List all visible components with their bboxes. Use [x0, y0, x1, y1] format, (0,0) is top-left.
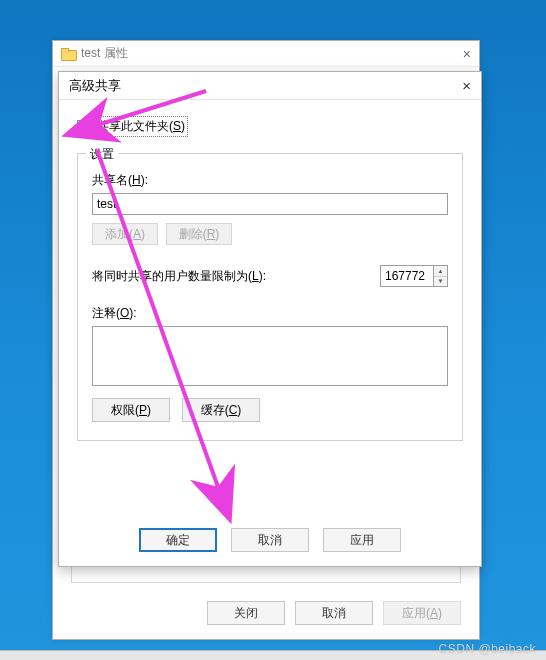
share-folder-checkbox-label: 共享此文件夹(S)	[94, 116, 188, 137]
add-button: 添加(A)	[92, 223, 158, 245]
share-folder-checkbox[interactable]: ✓	[77, 120, 90, 133]
share-name-label: 共享名(H):	[92, 172, 448, 189]
cache-button[interactable]: 缓存(C)	[182, 398, 260, 422]
apply-button: 应用(A)	[383, 601, 461, 625]
spinner-down-icon[interactable]: ▼	[434, 277, 447, 287]
ok-button[interactable]: 确定	[139, 528, 217, 552]
advanced-sharing-titlebar[interactable]: 高级共享 ×	[59, 72, 481, 100]
user-limit-spinner[interactable]: ▲ ▼	[380, 265, 448, 287]
close-button[interactable]: 关闭	[207, 601, 285, 625]
permissions-button[interactable]: 权限(P)	[92, 398, 170, 422]
cancel-button[interactable]: 取消	[295, 601, 373, 625]
share-folder-checkbox-row[interactable]: ✓ 共享此文件夹(S)	[77, 116, 463, 137]
user-limit-input[interactable]	[381, 266, 433, 286]
advanced-sharing-button-row: 确定 取消 应用	[59, 528, 481, 552]
spinner-arrows[interactable]: ▲ ▼	[433, 266, 447, 286]
properties-titlebar[interactable]: test 属性 ×	[53, 41, 479, 67]
comment-textarea[interactable]	[92, 326, 448, 386]
spinner-up-icon[interactable]: ▲	[434, 266, 447, 277]
properties-button-row: 关闭 取消 应用(A)	[53, 601, 479, 625]
folder-icon	[61, 48, 75, 59]
cancel-button[interactable]: 取消	[231, 528, 309, 552]
properties-title: test 属性	[81, 45, 128, 62]
advanced-sharing-title: 高级共享	[69, 77, 121, 95]
remove-button: 删除(R)	[166, 223, 232, 245]
apply-button-label: 应用(A)	[402, 606, 442, 620]
close-icon[interactable]: ×	[462, 77, 471, 94]
user-limit-label: 将同时共享的用户数量限制为(L):	[92, 268, 380, 285]
advanced-sharing-dialog: 高级共享 × ✓ 共享此文件夹(S) 设置 共享名(H): 添加(A) 删除(R…	[58, 71, 482, 567]
comment-label: 注释(O):	[92, 305, 448, 322]
advanced-sharing-body: ✓ 共享此文件夹(S) 设置 共享名(H): 添加(A) 删除(R) 将同时共享…	[59, 100, 481, 566]
watermark: CSDN @beiback	[439, 642, 536, 656]
desktop-background: test 属性 × 关闭 取消 应用(A) 高级共享 × ✓ 共享此文件夹(S)	[0, 0, 546, 660]
settings-group-legend: 设置	[86, 146, 118, 163]
close-icon[interactable]: ×	[463, 46, 471, 62]
settings-group: 设置 共享名(H): 添加(A) 删除(R) 将同时共享的用户数量限制为(L):…	[77, 153, 463, 441]
share-name-input[interactable]	[92, 193, 448, 215]
apply-button[interactable]: 应用	[323, 528, 401, 552]
